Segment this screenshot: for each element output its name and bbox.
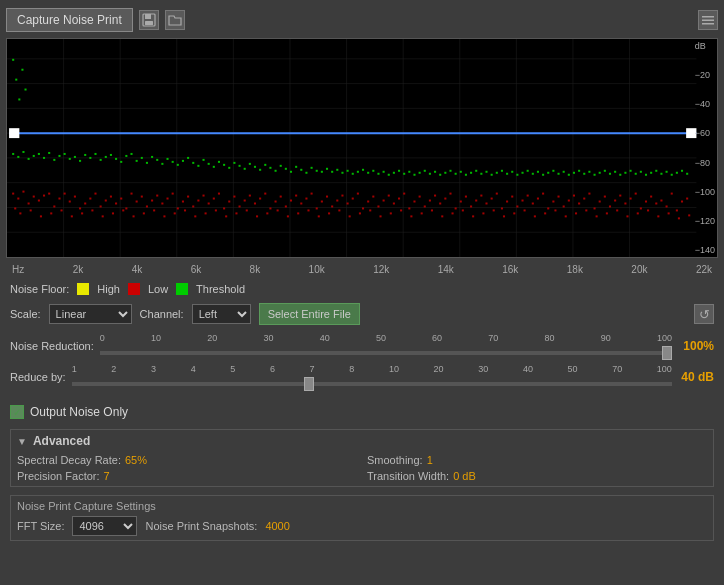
svg-rect-201 — [462, 209, 464, 211]
svg-rect-110 — [449, 193, 451, 195]
noise-chart-container: dB −20 −40 −60 −80 −100 −120 −140 — [6, 38, 718, 258]
svg-rect-332 — [542, 174, 544, 176]
channel-select[interactable]: Left Right Stereo — [192, 304, 251, 324]
reduce-by-ticks: 1 2 3 4 5 6 7 8 10 20 30 40 50 70 100 — [72, 364, 672, 374]
svg-rect-168 — [122, 209, 124, 211]
svg-rect-253 — [136, 160, 138, 162]
svg-rect-356 — [666, 171, 668, 173]
channel-label: Channel: — [140, 308, 184, 320]
scale-select[interactable]: Linear Logarithmic — [49, 304, 132, 324]
svg-rect-167 — [112, 212, 114, 214]
save-icon[interactable] — [139, 10, 159, 30]
svg-rect-359 — [681, 170, 683, 172]
db-labels: dB −20 −40 −60 −80 −100 −120 −140 — [695, 39, 715, 257]
reset-icon[interactable]: ↺ — [694, 304, 714, 324]
svg-rect-195 — [400, 209, 402, 211]
svg-rect-109 — [444, 198, 446, 200]
svg-rect-315 — [455, 173, 457, 175]
svg-rect-298 — [367, 172, 369, 174]
noise-reduction-slider[interactable] — [100, 351, 672, 355]
svg-rect-347 — [619, 174, 621, 176]
svg-rect-177 — [215, 209, 217, 211]
svg-rect-40 — [89, 198, 91, 200]
svg-rect-343 — [599, 172, 601, 174]
svg-rect-277 — [259, 169, 261, 171]
capture-noise-print-button[interactable]: Capture Noise Print — [6, 8, 133, 32]
svg-rect-236 — [48, 152, 50, 154]
svg-rect-91 — [352, 198, 354, 200]
svg-rect-269 — [218, 161, 220, 163]
svg-rect-224 — [12, 59, 14, 61]
noise-print-section: Noise Print Capture Settings FFT Size: 2… — [10, 495, 714, 541]
open-icon[interactable] — [165, 10, 185, 30]
reduce-by-slider[interactable] — [72, 382, 672, 386]
svg-rect-151 — [660, 200, 662, 202]
svg-rect-312 — [439, 174, 441, 176]
advanced-label: Advanced — [33, 434, 90, 448]
svg-rect-276 — [254, 166, 256, 168]
svg-rect-142 — [614, 200, 616, 202]
menu-icon[interactable] — [698, 10, 718, 30]
svg-rect-186 — [307, 209, 309, 211]
svg-rect-51 — [146, 205, 148, 207]
svg-rect-289 — [321, 171, 323, 173]
fft-size-select[interactable]: 256 512 1024 2048 4096 8192 — [72, 516, 137, 536]
db-label-60: −60 — [695, 128, 715, 138]
svg-rect-31 — [43, 195, 45, 197]
svg-rect-152 — [666, 205, 668, 207]
svg-rect-252 — [130, 153, 132, 155]
output-noise-checkbox[interactable]: ✓ — [10, 405, 24, 419]
db-label-40: −40 — [695, 99, 715, 109]
hz-labels-row: Hz 2k 4k 6k 8k 10k 12k 14k 16k 18k 20k 2… — [6, 262, 718, 277]
svg-rect-314 — [449, 170, 451, 172]
svg-rect-344 — [604, 170, 606, 172]
svg-rect-207 — [524, 209, 526, 211]
advanced-section: ▼ Advanced Spectral Decay Rate: 65% Smoo… — [10, 429, 714, 487]
spectral-decay-label: Spectral Decay Rate: — [17, 454, 121, 466]
svg-rect-69 — [239, 205, 241, 207]
db-label-top: dB — [695, 41, 715, 51]
svg-rect-25 — [12, 193, 14, 195]
svg-rect-33 — [53, 205, 55, 207]
svg-rect-45 — [115, 203, 117, 205]
svg-rect-327 — [516, 174, 518, 176]
svg-rect-321 — [485, 171, 487, 173]
svg-rect-98 — [388, 195, 390, 197]
svg-rect-237 — [53, 159, 55, 161]
noise-print-row: FFT Size: 256 512 1024 2048 4096 8192 No… — [17, 516, 707, 536]
svg-rect-192 — [369, 209, 371, 211]
svg-rect-75 — [269, 207, 271, 209]
svg-rect-60 — [192, 205, 194, 207]
advanced-header[interactable]: ▼ Advanced — [17, 434, 707, 448]
svg-rect-122 — [511, 196, 513, 198]
svg-rect-4 — [702, 20, 714, 22]
svg-rect-156 — [686, 198, 688, 200]
svg-rect-66 — [223, 207, 225, 209]
svg-rect-119 — [496, 193, 498, 195]
svg-rect-155 — [681, 201, 683, 203]
svg-rect-173 — [174, 212, 176, 214]
svg-rect-135 — [578, 203, 580, 205]
svg-rect-350 — [635, 173, 637, 175]
svg-rect-59 — [187, 196, 189, 198]
controls-row: Scale: Linear Logarithmic Channel: Left … — [6, 301, 718, 327]
svg-rect-326 — [511, 171, 513, 173]
smoothing-label: Smoothing: — [367, 454, 423, 466]
svg-rect-322 — [491, 174, 493, 176]
svg-rect-239 — [64, 153, 66, 155]
svg-rect-120 — [501, 207, 503, 209]
hz-label-6k: 6k — [191, 264, 202, 275]
svg-rect-149 — [650, 196, 652, 198]
noise-reduction-label: Noise Reduction: — [10, 340, 94, 352]
svg-rect-183 — [277, 209, 279, 211]
svg-rect-203 — [482, 212, 484, 214]
svg-rect-225 — [15, 79, 17, 81]
spectral-decay-field: Spectral Decay Rate: 65% — [17, 454, 357, 466]
svg-rect-328 — [521, 172, 523, 174]
precision-value: 7 — [104, 470, 110, 482]
svg-rect-310 — [429, 173, 431, 175]
svg-rect-226 — [18, 98, 20, 100]
select-entire-file-button[interactable]: Select Entire File — [259, 303, 360, 325]
svg-rect-255 — [146, 162, 148, 164]
svg-rect-67 — [228, 201, 230, 203]
